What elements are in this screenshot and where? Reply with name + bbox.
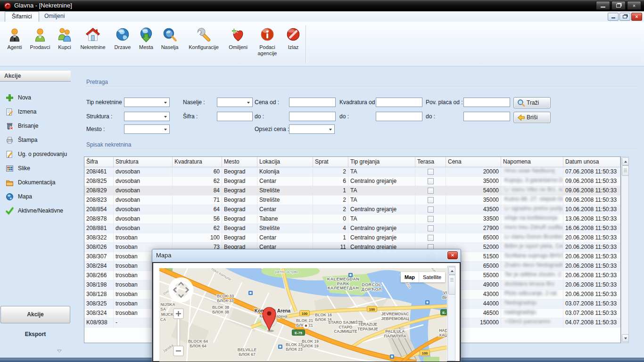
table-row[interactable]: 208/881dvosoban62BeogradStrelište4Centra… xyxy=(84,224,620,233)
column-header-grejanje[interactable]: Tip grejanja xyxy=(348,157,415,167)
column-header-struktura[interactable]: Struktura xyxy=(114,157,173,167)
pov-placa-od-input[interactable] xyxy=(463,98,510,107)
mesto-select[interactable] xyxy=(124,124,170,134)
terasa-checkbox[interactable] xyxy=(428,178,434,184)
map-window-scrollbar[interactable] xyxy=(447,266,455,361)
scroll-thumb[interactable] xyxy=(622,165,629,176)
column-header-terasa[interactable]: Terasa xyxy=(415,157,446,167)
sidebar-item-ug-o-posredovanju[interactable]: Ug. o posredovanju xyxy=(0,147,71,161)
column-header-mesto[interactable]: Mesto xyxy=(222,157,257,167)
napomena-redacted: Kupuju, 3 garantarno Dio xyxy=(503,177,563,183)
cell-datum: 03.07.2008 11:50:33 xyxy=(563,309,620,318)
kvadratura-od-input[interactable] xyxy=(376,98,422,107)
terasa-checkbox[interactable] xyxy=(428,188,434,194)
close-button[interactable]: × xyxy=(627,1,641,10)
ribbon-item-konfiguracije[interactable]: Konfiguracije xyxy=(184,26,223,50)
ribbon-item-prodavci[interactable]: Prodavci xyxy=(27,26,53,50)
cena-do-input[interactable] xyxy=(289,112,336,121)
ribbon-item-kupci[interactable]: Kupci xyxy=(54,26,75,50)
table-row[interactable]: 208/461dvosoban60BeogradKolonija2TA20000… xyxy=(84,167,620,177)
napomena-redacted: Scrillana suprugu BHV13 xyxy=(503,252,563,259)
table-row[interactable]: 208/854dvosoban64BeogradCentar2Centralno… xyxy=(84,205,620,214)
ribbon-item-izlaz[interactable]: Izlaz xyxy=(283,26,304,50)
sidebar-item-brisanje[interactable]: ✕ Brisanje xyxy=(0,119,71,133)
ribbon-item-naselja[interactable]: Naselja xyxy=(157,26,182,50)
minimize-button[interactable] xyxy=(596,1,610,10)
cell-grejanje: Centralno grejanje xyxy=(348,224,415,233)
ribbon-item-agenti[interactable]: Agenti xyxy=(3,26,26,50)
sidebar-akcije-button[interactable]: Akcije xyxy=(0,306,70,323)
terasa-checkbox[interactable] xyxy=(428,216,434,222)
ribbon-item-podaci-agencije[interactable]: Podaci agencije xyxy=(253,26,282,57)
map-canvas[interactable]: 100100100E-75E- ратно острвоKALEMEGDANPA… xyxy=(159,268,447,362)
sidebar-item-aktivne-neaktivne[interactable]: Aktivne/Neaktivne xyxy=(0,204,71,218)
terasa-checkbox[interactable] xyxy=(428,169,434,175)
scroll-up-button[interactable] xyxy=(448,267,455,275)
table-row[interactable]: 208/878dvosoban56BeogradTabane0TA33500vr… xyxy=(84,214,620,224)
sidebar-item-mapa[interactable]: Mapa xyxy=(0,189,71,204)
road-badge-label: 100 xyxy=(369,307,375,312)
column-header-datum[interactable]: Datum unosa xyxy=(563,157,620,167)
column-header-lokacija[interactable]: Lokacija xyxy=(257,157,313,167)
column-header-napomena[interactable]: Napomena xyxy=(501,157,563,167)
cell-lokacija: Tabane xyxy=(257,214,313,223)
ribbon-item-mesta[interactable]: Mesta xyxy=(136,26,157,50)
table-row[interactable]: 208/829dvosoban84BeogradStrelište1TA5400… xyxy=(84,186,620,196)
naselje-select[interactable] xyxy=(217,98,253,107)
map-window-close-button[interactable]: × xyxy=(447,251,458,259)
section-divider xyxy=(86,149,638,150)
chevron-down-icon[interactable] xyxy=(57,350,62,353)
map-window[interactable]: Mapa × xyxy=(152,249,461,362)
kvadratura-do-input[interactable] xyxy=(376,112,422,121)
sidebar-item-slike[interactable]: Slike xyxy=(0,161,71,175)
napomena-redacted: mvro treu Zdnuft uudbu xyxy=(503,224,563,230)
map-window-titlebar[interactable]: Mapa × xyxy=(152,249,461,263)
column-header-cena[interactable]: Cena xyxy=(446,157,501,167)
restore-button[interactable] xyxy=(611,1,626,10)
cell-datum: 10.06.2008 11:50:33 xyxy=(563,205,620,214)
map-label: ратно острво xyxy=(275,270,298,274)
mdi-restore-button[interactable] xyxy=(619,13,630,21)
map-button[interactable]: Map xyxy=(401,272,419,282)
struktura-select[interactable] xyxy=(124,112,170,121)
table-row[interactable]: 208/825dvosoban62BeogradCentar6Centralno… xyxy=(84,177,620,186)
terasa-checkbox[interactable] xyxy=(428,225,434,231)
cell-lokacija: Strelište xyxy=(257,186,313,195)
napomena-redacted: nadogradnju xyxy=(503,309,537,315)
terasa-checkbox[interactable] xyxy=(428,235,434,241)
satellite-button[interactable]: Satellite xyxy=(419,272,445,282)
mdi-minimize-button[interactable] xyxy=(608,13,619,21)
table-row[interactable]: 308/322trosoban100BeogradCentar1Centraln… xyxy=(84,233,620,243)
cena-od-input[interactable] xyxy=(289,98,336,107)
mdi-close-button[interactable]: × xyxy=(631,13,642,21)
sidebar-item-izmena[interactable]: Izmena xyxy=(0,105,71,119)
tab-sifarnici[interactable]: Šifarnici xyxy=(5,11,39,22)
sifra-input[interactable] xyxy=(217,112,253,121)
ribbon-item-drzave[interactable]: Drzave xyxy=(110,26,135,50)
tab-omiljeni[interactable]: Omiljeni xyxy=(38,11,71,21)
ribbon-item-omiljeni[interactable]: Omiljeni xyxy=(224,26,252,50)
trazi-button[interactable]: Traži xyxy=(513,97,551,108)
ribbon-item-nekretnine[interactable]: Nekretnine xyxy=(76,26,109,50)
brisi-button[interactable]: Briši xyxy=(513,112,551,123)
table-row[interactable]: 208/823dvosoban71BeogradStrelište2TA3500… xyxy=(84,196,620,205)
table-scrollbar[interactable] xyxy=(621,156,629,343)
column-header-sprat[interactable]: Sprat xyxy=(313,157,348,167)
map-label: BLOK 33 xyxy=(217,294,234,298)
map-label: BLOK 21 xyxy=(296,318,313,323)
sidebar-item-stampa[interactable]: Štampa xyxy=(0,133,71,147)
tip-nekretnine-select[interactable] xyxy=(124,98,170,107)
sidebar-eksport-button[interactable]: Eksport xyxy=(0,329,71,339)
scroll-up-button[interactable] xyxy=(622,157,629,165)
scroll-thumb[interactable] xyxy=(448,275,455,295)
sidebar-item-dokumentacija[interactable]: Dokumentacija xyxy=(0,175,71,189)
terasa-checkbox[interactable] xyxy=(428,197,434,203)
terasa-checkbox[interactable] xyxy=(428,206,434,213)
sidebar-item-nova[interactable]: Nova xyxy=(0,90,71,105)
opsezi-cena-select[interactable] xyxy=(289,124,335,134)
pov-placa-do-input[interactable] xyxy=(463,112,510,121)
scroll-down-button[interactable] xyxy=(622,334,629,342)
column-header-kvadratura[interactable]: Kvadratura xyxy=(173,157,222,167)
column-header-sifra[interactable]: Šifra xyxy=(84,157,114,167)
printer-icon xyxy=(6,136,14,144)
